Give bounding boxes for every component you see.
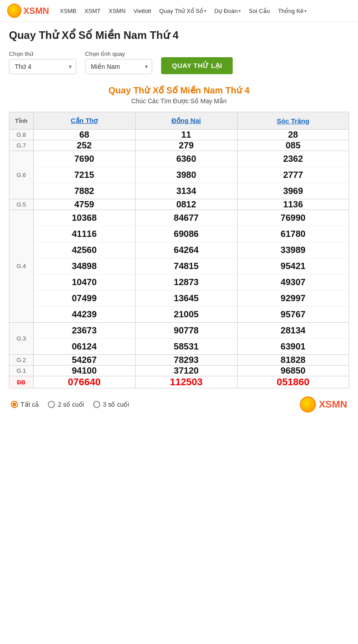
radio-dot-icon — [48, 401, 55, 408]
value-line: 90778 — [136, 323, 237, 339]
th-can-tho[interactable]: Cần Thơ — [34, 112, 136, 130]
thu-label: Chọn thứ — [9, 51, 76, 57]
value-line: 7882 — [34, 183, 135, 199]
thu-select[interactable]: Thứ 2 Thứ 3 Thứ 4 Thứ 5 Thứ 6 Thứ 7 Chủ … — [9, 59, 76, 74]
value-cell: 54267 — [34, 355, 136, 366]
value-line: 34898 — [34, 258, 135, 274]
value-cell: 769072157882 — [34, 151, 136, 199]
nav-link-dự-đoán[interactable]: Dự Đoán — [214, 8, 241, 14]
brand-logo-icon — [7, 4, 21, 18]
navbar: XSMN XSMBXSMTXSMNVietlottQuay Thử Xổ SốD… — [0, 0, 358, 22]
brand-name: XSMN — [23, 6, 49, 16]
value-cell: 94100 — [34, 366, 136, 376]
value-line: 95767 — [238, 307, 349, 322]
value-line: 92997 — [238, 290, 349, 307]
value-line: 95421 — [238, 258, 349, 274]
tinh-select[interactable]: Miền Nam Miền Trung Miền Bắc — [85, 59, 152, 74]
thu-control: Chọn thứ Thứ 2 Thứ 3 Thứ 4 Thứ 5 Thứ 6 T… — [9, 51, 76, 74]
value-cell: 112503 — [135, 376, 237, 388]
nav-link-xsmn[interactable]: XSMN — [109, 8, 126, 14]
value-cell: 2367306124 — [34, 323, 136, 355]
value-line: 61780 — [238, 226, 349, 242]
value-cell: 0812 — [135, 199, 237, 210]
value-cell: 11 — [135, 130, 237, 140]
value-cell: 4759 — [34, 199, 136, 210]
label-g2: G.2 — [9, 355, 34, 366]
value-line: 49307 — [238, 274, 349, 290]
value-line: 3969 — [238, 183, 349, 199]
value-line: 33989 — [238, 242, 349, 258]
value-line: 10470 — [34, 274, 135, 290]
radio-option-2-số-cuối[interactable]: 2 số cuối — [48, 401, 84, 408]
nav-links: XSMBXSMTXSMNVietlottQuay Thử Xổ SốDự Đoá… — [60, 8, 351, 14]
value-cell: 252 — [34, 140, 136, 151]
footer-radio: Tất cả2 số cuối3 số cuối XSMN — [9, 390, 349, 419]
radio-option-tất-cả[interactable]: Tất cả — [11, 401, 39, 408]
page-title: Quay Thử Xổ Số Miền Nam Thứ 4 — [9, 29, 349, 42]
radio-option-3-số-cuối[interactable]: 3 số cuối — [93, 401, 129, 408]
th-tinh: Tỉnh — [9, 112, 34, 130]
radio-dot-icon — [11, 401, 18, 408]
value-cell: 96850 — [237, 366, 349, 376]
value-line: 21005 — [136, 307, 237, 322]
label-đb: ĐB — [9, 376, 34, 388]
value-cell: 2813463901 — [237, 323, 349, 355]
value-line: 74815 — [136, 258, 237, 274]
tinh-select-wrap[interactable]: Miền Nam Miền Trung Miền Bắc ▾ — [85, 59, 152, 74]
label-g6: G.6 — [9, 151, 34, 199]
value-cell: 085 — [237, 140, 349, 151]
nav-link-vietlott[interactable]: Vietlott — [133, 8, 151, 14]
thu-select-wrap[interactable]: Thứ 2 Thứ 3 Thứ 4 Thứ 5 Thứ 6 Thứ 7 Chủ … — [9, 59, 76, 74]
nav-link-thống-kê[interactable]: Thống Kê — [278, 8, 307, 14]
value-cell: 68 — [34, 130, 136, 140]
value-cell: 28 — [237, 130, 349, 140]
value-line: 7215 — [34, 167, 135, 183]
value-line: 07499 — [34, 290, 135, 307]
value-cell: 78293 — [135, 355, 237, 366]
value-line: 76990 — [238, 210, 349, 226]
value-line: 69086 — [136, 226, 237, 242]
nav-link-xsmb[interactable]: XSMB — [60, 8, 77, 14]
page-content: Quay Thử Xổ Số Miền Nam Thứ 4 Chọn thứ T… — [0, 22, 358, 426]
value-line: 64264 — [136, 242, 237, 258]
value-line: 42560 — [34, 242, 135, 258]
nav-link-soi-cầu[interactable]: Soi Cầu — [249, 8, 270, 14]
value-line: 44239 — [34, 307, 135, 322]
footer-brand-logo-icon — [300, 396, 316, 412]
value-cell: 81828 — [237, 355, 349, 366]
result-subtitle: Chúc Các Tìm Được Số May Mắn — [9, 97, 349, 105]
radio-label: 2 số cuối — [58, 401, 84, 408]
radio-dot-icon — [93, 401, 100, 408]
value-line: 6360 — [136, 151, 237, 167]
value-cell: 076640 — [34, 376, 136, 388]
th-dong-nai[interactable]: Đồng Nai — [135, 112, 237, 130]
brand[interactable]: XSMN — [7, 4, 49, 18]
value-cell: 37120 — [135, 366, 237, 376]
footer-brand: XSMN — [300, 396, 347, 412]
nav-link-xsmt[interactable]: XSMT — [85, 8, 101, 14]
label-g4: G.4 — [9, 210, 34, 323]
value-line: 12873 — [136, 274, 237, 290]
value-cell: 10368411164256034898104700749944239 — [34, 210, 136, 323]
value-line: 06124 — [34, 339, 135, 354]
label-g5: G.5 — [9, 199, 34, 210]
value-line: 23673 — [34, 323, 135, 339]
spin-button[interactable]: QUAY THỬ LẠI — [161, 57, 233, 74]
lottery-table: Tỉnh Cần Thơ Đồng Nai Sóc Trăng G.868112… — [9, 112, 349, 388]
footer-brand-name: XSMN — [319, 399, 347, 410]
value-line: 58531 — [136, 339, 237, 354]
radio-label: 3 số cuối — [103, 401, 129, 408]
value-line: 2777 — [238, 167, 349, 183]
value-line: 41116 — [34, 226, 135, 242]
value-line: 63901 — [238, 339, 349, 354]
value-line: 10368 — [34, 210, 135, 226]
value-line: 7690 — [34, 151, 135, 167]
value-cell: 236227773969 — [237, 151, 349, 199]
controls-section: Chọn thứ Thứ 2 Thứ 3 Thứ 4 Thứ 5 Thứ 6 T… — [9, 51, 349, 74]
tinh-label: Chọn tỉnh quay — [85, 51, 152, 57]
result-title: Quay Thử Xổ Số Miền Nam Thứ 4 — [9, 85, 349, 96]
th-soc-trang[interactable]: Sóc Trăng — [237, 112, 349, 130]
value-cell: 051860 — [237, 376, 349, 388]
nav-link-quay-thử-xổ-số[interactable]: Quay Thử Xổ Số — [159, 8, 206, 14]
value-line: 3980 — [136, 167, 237, 183]
